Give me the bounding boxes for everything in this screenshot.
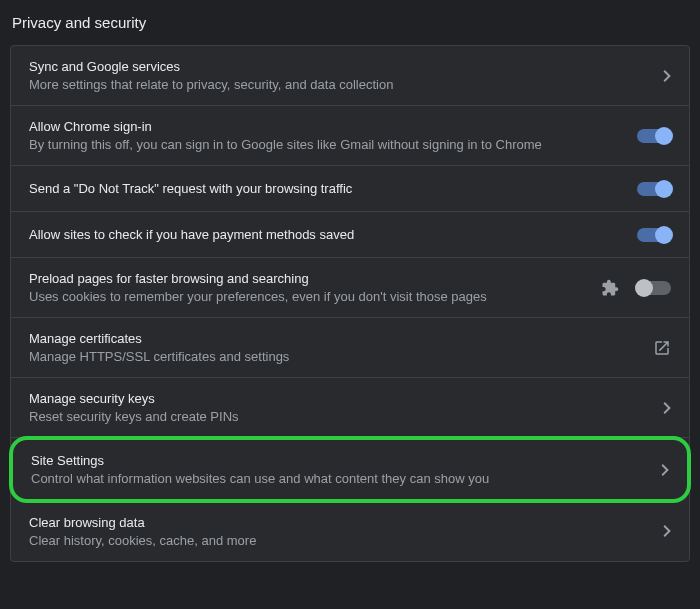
row-title: Site Settings — [31, 453, 661, 468]
row-text: Manage security keys Reset security keys… — [29, 391, 663, 424]
row-subtitle: Clear history, cookies, cache, and more — [29, 533, 663, 548]
row-subtitle: Reset security keys and create PINs — [29, 409, 663, 424]
row-title: Allow Chrome sign-in — [29, 119, 637, 134]
row-subtitle: Control what information websites can us… — [31, 471, 661, 486]
row-clear-browsing-data[interactable]: Clear browsing data Clear history, cooki… — [11, 501, 689, 561]
row-payment-check[interactable]: Allow sites to check if you have payment… — [11, 212, 689, 258]
chevron-right-icon — [663, 70, 671, 82]
row-trailing — [637, 182, 671, 196]
row-text: Sync and Google services More settings t… — [29, 59, 663, 92]
chevron-right-icon — [663, 525, 671, 537]
row-title: Send a "Do Not Track" request with your … — [29, 181, 637, 196]
row-title: Manage security keys — [29, 391, 663, 406]
row-subtitle: Manage HTTPS/SSL certificates and settin… — [29, 349, 653, 364]
row-subtitle: Uses cookies to remember your preference… — [29, 289, 601, 304]
row-trailing — [663, 402, 671, 414]
row-title: Allow sites to check if you have payment… — [29, 227, 637, 242]
row-title: Clear browsing data — [29, 515, 663, 530]
row-trailing — [637, 228, 671, 242]
row-text: Site Settings Control what information w… — [31, 453, 661, 486]
row-subtitle: By turning this off, you can sign in to … — [29, 137, 637, 152]
row-text: Allow Chrome sign-in By turning this off… — [29, 119, 637, 152]
row-manage-certificates[interactable]: Manage certificates Manage HTTPS/SSL cer… — [11, 318, 689, 378]
chevron-right-icon — [661, 464, 669, 476]
external-link-icon — [653, 339, 671, 357]
row-trailing — [653, 339, 671, 357]
row-allow-signin[interactable]: Allow Chrome sign-in By turning this off… — [11, 106, 689, 166]
settings-panel: Sync and Google services More settings t… — [10, 45, 690, 562]
toggle-do-not-track[interactable] — [637, 182, 671, 196]
row-trailing — [663, 70, 671, 82]
toggle-preload-pages[interactable] — [637, 281, 671, 295]
row-text: Manage certificates Manage HTTPS/SSL cer… — [29, 331, 653, 364]
row-text: Send a "Do Not Track" request with your … — [29, 181, 637, 196]
row-do-not-track[interactable]: Send a "Do Not Track" request with your … — [11, 166, 689, 212]
row-preload-pages[interactable]: Preload pages for faster browsing and se… — [11, 258, 689, 318]
row-trailing — [661, 464, 669, 476]
row-text: Preload pages for faster browsing and se… — [29, 271, 601, 304]
row-manage-security-keys[interactable]: Manage security keys Reset security keys… — [11, 378, 689, 438]
row-trailing — [663, 525, 671, 537]
row-trailing — [601, 279, 671, 297]
row-title: Preload pages for faster browsing and se… — [29, 271, 601, 286]
row-trailing — [637, 129, 671, 143]
toggle-allow-signin[interactable] — [637, 129, 671, 143]
chevron-right-icon — [663, 402, 671, 414]
row-title: Sync and Google services — [29, 59, 663, 74]
row-subtitle: More settings that relate to privacy, se… — [29, 77, 663, 92]
extension-icon — [601, 279, 619, 297]
row-text: Allow sites to check if you have payment… — [29, 227, 637, 242]
row-site-settings[interactable]: Site Settings Control what information w… — [9, 436, 691, 503]
toggle-payment-check[interactable] — [637, 228, 671, 242]
row-sync-services[interactable]: Sync and Google services More settings t… — [11, 46, 689, 106]
row-title: Manage certificates — [29, 331, 653, 346]
page-title: Privacy and security — [0, 0, 700, 45]
row-text: Clear browsing data Clear history, cooki… — [29, 515, 663, 548]
